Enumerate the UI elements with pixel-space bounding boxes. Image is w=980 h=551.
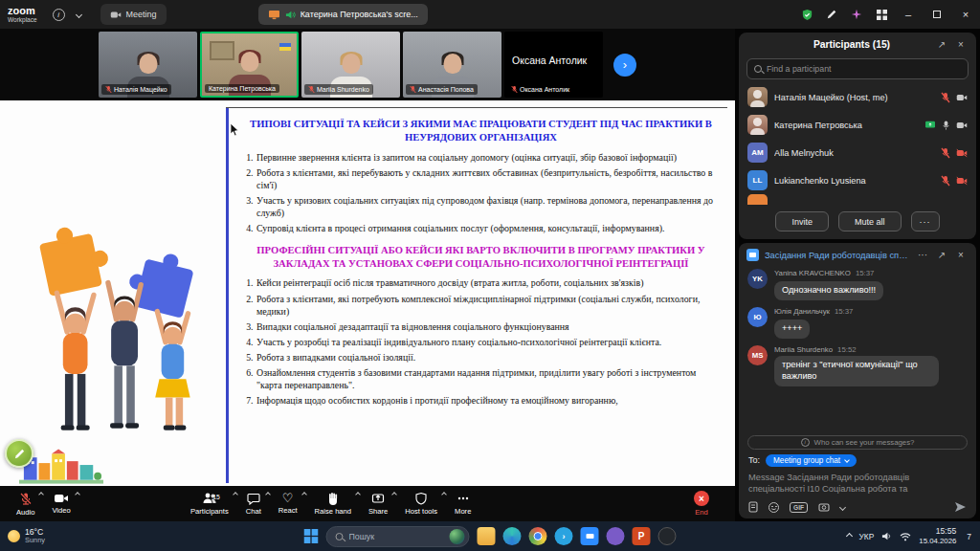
slide-list-item: Кейси реінтеграції осіб після травматичн… [256,276,724,289]
start-button[interactable] [304,529,319,543]
chat-recipient-row: To: Meeting group chat [739,452,976,469]
message-privacy-note[interactable]: i Who can see your messages? [747,435,968,450]
obs-icon[interactable] [658,527,677,545]
video-button[interactable]: Video [43,486,78,521]
apps-grid-icon[interactable] [869,4,894,25]
weather-widget[interactable]: 16°C Sunny [8,521,45,551]
audio-playing-icon [285,10,296,20]
powerpoint-icon[interactable]: P [633,527,651,545]
participant-row-nataliia[interactable]: Наталія Мацейко (Host, me) [739,83,976,111]
shield-icon [414,492,428,505]
file-attach-icon[interactable] [748,501,758,513]
participant-name-label: Наталія Мацейко [101,84,171,95]
emoji-icon[interactable] [768,502,779,513]
invite-button[interactable]: Invite [775,211,829,231]
chat-more-icon[interactable]: ··· [915,248,930,263]
raise-hand-button[interactable]: Raise hand [306,486,360,521]
network-icon[interactable] [900,532,911,541]
security-shield-icon[interactable] [794,4,819,25]
next-videos-button[interactable]: › [613,54,636,77]
avatar-initials: MS [747,345,768,365]
tab-shared-screen-label: Катерина Петровська's scre... [301,10,418,19]
viber-icon[interactable] [607,527,625,545]
video-options-caret[interactable] [75,492,80,497]
video-tile-nataliia[interactable]: Наталія Мацейко [99,32,197,98]
tab-meeting-label: Meeting [126,10,157,19]
message-text[interactable]: Однозначно важливо!!! [774,281,883,300]
mute-all-button[interactable]: Mute all [838,211,902,231]
slide-title-1: ТИПОВІ СИТУАЦІЇ ТА КЕЙСИ З ЯКИМИ МАЄ ПРА… [242,118,720,144]
format-options-caret[interactable] [840,505,845,510]
slide-list-item: Первинне звернення клієнта із запитом на… [256,151,724,164]
edge-browser-icon[interactable] [503,527,522,545]
taskbar-search[interactable] [326,526,470,547]
system-tray: УКР 15:55 15.04.2026 7 [847,521,975,551]
annotate-pencil-icon[interactable] [819,4,844,25]
taskbar-center: › P [304,521,677,551]
chat-message: MS Mariia Shurdenko15:52 тренінг з "етич… [747,345,968,386]
camera-off-icon [956,176,968,186]
video-tile-oksana-video-off[interactable]: Оксана Антолик Оксана Антолик [504,32,603,98]
zoom-app-icon[interactable] [581,527,599,545]
hidden-icons-chevron[interactable] [845,533,852,540]
language-indicator[interactable]: УКР [859,532,875,541]
chrome-browser-icon[interactable] [529,527,547,545]
file-explorer-icon[interactable] [478,527,496,545]
mic-muted-icon [410,85,416,94]
participant-row-kateryna[interactable]: Катерина Петровська [739,111,976,139]
volume-icon[interactable] [881,531,892,541]
info-icon: i [801,438,810,447]
raised-hand-icon [326,492,340,505]
ai-companion-icon[interactable] [844,4,869,25]
minimize-button[interactable]: – [894,0,923,29]
chat-channel-icon [746,249,759,261]
video-tile-mariia[interactable]: Mariia Shurdenko [301,32,400,98]
chat-message-input[interactable]: Message Засідання Ради роботодавців спец… [739,469,976,498]
participant-search[interactable] [746,58,969,79]
message-text[interactable]: ++++ [774,320,810,339]
participant-row-lukianchenko[interactable]: LL Lukianchenko Lyusiena [739,166,976,194]
participants-button[interactable]: 15 Participants [182,486,237,521]
close-participants-icon[interactable]: × [953,37,969,53]
recipient-selector[interactable]: Meeting group chat [766,454,857,467]
search-icon [754,65,762,73]
close-button[interactable]: × [951,0,980,29]
maximize-button[interactable] [923,0,951,29]
end-x-icon: × [694,491,709,506]
message-text[interactable]: тренінг з "етичної комунікації" що важли… [774,356,939,386]
end-meeting-button[interactable]: × End [685,486,718,521]
notification-count[interactable]: 7 [964,532,974,541]
chat-panel: Засідання Ради роботодавців спе... ··· ↗… [739,243,976,518]
popout-icon[interactable]: ↗ [934,37,949,53]
avatar [747,115,768,135]
slide-list-item: Робота з випадками соціальної ізоляції. [256,351,724,364]
video-tile-kateryna-active-speaker[interactable]: Катерина Петровська [200,32,299,98]
audio-button[interactable]: Audio [8,486,43,521]
close-chat-icon[interactable]: × [953,248,969,263]
host-tools-button[interactable]: Host tools [396,486,446,521]
participants-more-button[interactable]: ··· [911,211,940,231]
info-icon[interactable]: i [53,9,65,21]
participants-search-input[interactable] [767,64,961,74]
tab-meeting[interactable]: Meeting [100,4,167,25]
gif-icon[interactable]: GIF [790,502,808,513]
popout-icon[interactable]: ↗ [934,248,949,263]
camera-on-icon [956,93,968,102]
video-tile-anastasiia[interactable]: Анастасія Попова [403,32,501,98]
taskbar-clock[interactable]: 15:55 15.04.2026 [919,526,956,545]
avatar-initials: YK [747,269,768,289]
message-time: 15:37 [856,269,875,277]
chat-button[interactable]: Chat [237,486,270,521]
taskbar-search-input[interactable] [349,532,444,541]
participants-panel-header: Participants (15) ↗ × [739,33,976,56]
react-button[interactable]: ♡ React [270,486,306,521]
more-button[interactable]: More [446,486,479,521]
share-button[interactable]: Share [360,486,396,521]
tab-shared-screen[interactable]: Катерина Петровська's scre... [258,4,428,25]
chevron-down-icon[interactable] [76,11,82,17]
screenshot-icon[interactable] [818,502,830,512]
participant-row-alla[interactable]: AM Alla Melnychuk [739,139,976,166]
annotation-tool-button[interactable] [5,439,33,468]
telegram-icon[interactable]: › [555,527,573,545]
send-message-icon[interactable] [954,501,967,513]
